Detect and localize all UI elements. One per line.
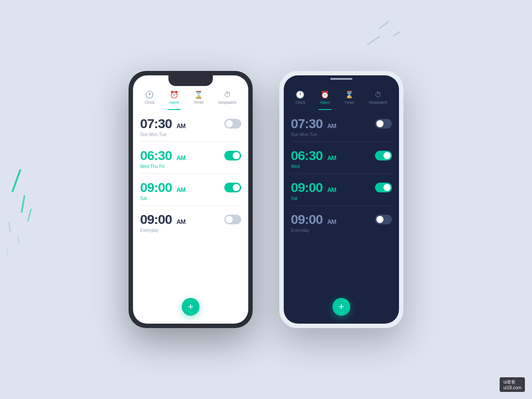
nav-clock-dark[interactable]: 🕐 Clock [295, 91, 305, 105]
alarm-days-1-dark: Sun Mon Tue [291, 132, 392, 137]
alarm-item-4-light: 09:00 AM Everyday [140, 206, 241, 237]
alarm-icon-light: ⏰ [170, 91, 179, 98]
alarm-ampm-4-light: AM [176, 218, 185, 225]
alarm-time-2-light: 06:30 AM [140, 148, 185, 163]
stopwatch-label-dark: Stopwatch [369, 100, 387, 105]
alarm-row-2-dark: 06:30 AM [291, 148, 392, 163]
alarm-underline-light [168, 109, 181, 110]
alarm-item-1-dark: 07:30 AM Sun Mon Tue [291, 110, 392, 142]
alarm-toggle-3-dark[interactable] [375, 183, 392, 192]
watermark: ui老爸 ui18.com [500, 377, 525, 392]
stopwatch-icon-dark: ⏱ [375, 91, 382, 98]
toggle-knob-1-dark [376, 120, 383, 127]
navbar-light: 🕐 Clock ⏰ Alarm ⌛ Timer ⏱ Stopwatch [133, 88, 248, 110]
toggle-knob-4-dark [376, 216, 383, 223]
timer-icon-light: ⌛ [194, 91, 203, 98]
alarm-item-3-light: 09:00 AM Sat [140, 174, 241, 206]
notch-light [168, 75, 213, 86]
alarm-row-4-dark: 09:00 AM [291, 212, 392, 227]
alarm-row-1-dark: 07:30 AM [291, 116, 392, 131]
alarm-row-3-dark: 09:00 AM [291, 180, 392, 195]
alarm-ampm-2-light: AM [176, 154, 185, 161]
toggle-knob-2-light [233, 152, 240, 159]
speaker-dark [330, 78, 352, 80]
alarm-ampm-2-dark: AM [327, 154, 336, 161]
phone-dark: 🕐 Clock ⏰ Alarm ⌛ Timer ⏱ Stopwatch [279, 71, 403, 328]
toggle-knob-3-light [233, 184, 240, 191]
alarm-list-dark: 07:30 AM Sun Mon Tue 06:30 AM [284, 110, 399, 324]
alarm-ampm-1-light: AM [176, 122, 185, 129]
stopwatch-icon-light: ⏱ [224, 91, 231, 98]
screen-content-light: 🕐 Clock ⏰ Alarm ⌛ Timer ⏱ Stopwatch [133, 75, 248, 324]
alarm-days-4-dark: Everyday [291, 228, 392, 233]
alarm-label-dark: Alarm [320, 100, 330, 105]
clock-icon-dark: 🕐 [296, 91, 305, 98]
screen-dark: 🕐 Clock ⏰ Alarm ⌛ Timer ⏱ Stopwatch [284, 75, 399, 324]
alarm-days-4-light: Everyday [140, 228, 241, 233]
add-alarm-fab-light[interactable]: + [182, 298, 200, 316]
watermark-line2: ui18.com [503, 385, 521, 390]
clock-label-dark: Clock [295, 100, 305, 105]
clock-label-light: Clock [145, 100, 155, 105]
alarm-item-4-dark: 09:00 AM Everyday [291, 206, 392, 237]
toggle-knob-1-light [226, 120, 233, 127]
alarm-list-light: 07:30 AM Sun Mon Tue 06:30 AM [133, 110, 248, 324]
alarm-row-1-light: 07:30 AM [140, 116, 241, 131]
nav-alarm-light[interactable]: ⏰ Alarm [169, 91, 180, 105]
alarm-underline-dark [318, 109, 332, 110]
alarm-item-1-light: 07:30 AM Sun Mon Tue [140, 110, 241, 142]
alarm-ampm-3-dark: AM [327, 186, 336, 193]
alarm-toggle-1-light[interactable] [224, 119, 241, 129]
alarm-time-2-dark: 06:30 AM [291, 148, 336, 163]
alarm-days-1-light: Sun Mon Tue [140, 132, 241, 137]
nav-clock-light[interactable]: 🕐 Clock [145, 91, 155, 105]
alarm-item-3-dark: 09:00 AM Sat [291, 174, 392, 206]
nav-alarm-dark[interactable]: ⏰ Alarm [320, 91, 330, 105]
alarm-ampm-1-dark: AM [327, 122, 336, 129]
alarm-toggle-1-dark[interactable] [375, 119, 392, 129]
screen-content-dark: 🕐 Clock ⏰ Alarm ⌛ Timer ⏱ Stopwatch [284, 75, 399, 324]
alarm-ampm-3-light: AM [176, 186, 185, 193]
alarm-days-3-light: Sat [140, 196, 241, 201]
toggle-knob-4-light [226, 216, 233, 223]
alarm-time-4-dark: 09:00 AM [291, 212, 336, 227]
toggle-knob-3-dark [383, 184, 391, 191]
watermark-line1: ui老爸 [503, 379, 521, 385]
alarm-time-3-dark: 09:00 AM [291, 180, 336, 195]
nav-timer-light[interactable]: ⌛ Timer [194, 91, 204, 105]
phone-light: 🕐 Clock ⏰ Alarm ⌛ Timer ⏱ Stopwatch [129, 71, 253, 328]
alarm-item-2-light: 06:30 AM Wed Thu Fri [140, 142, 241, 174]
screen-light: 🕐 Clock ⏰ Alarm ⌛ Timer ⏱ Stopwatch [133, 75, 248, 324]
alarm-days-3-dark: Sat [291, 196, 392, 201]
alarm-time-3-light: 09:00 AM [140, 180, 185, 195]
nav-timer-dark[interactable]: ⌛ Timer [344, 91, 355, 105]
phones-container: 🕐 Clock ⏰ Alarm ⌛ Timer ⏱ Stopwatch [129, 71, 403, 328]
alarm-time-1-light: 07:30 AM [140, 116, 185, 131]
alarm-item-2-dark: 06:30 AM Wed [291, 142, 392, 174]
timer-label-light: Timer [194, 100, 204, 105]
add-alarm-fab-dark[interactable]: + [332, 298, 350, 316]
stopwatch-label-light: Stopwatch [218, 100, 237, 105]
alarm-days-2-light: Wed Thu Fri [140, 164, 241, 169]
toggle-knob-2-dark [383, 152, 391, 159]
nav-stopwatch-dark[interactable]: ⏱ Stopwatch [369, 91, 387, 105]
alarm-time-4-light: 09:00 AM [140, 212, 185, 227]
navbar-dark: 🕐 Clock ⏰ Alarm ⌛ Timer ⏱ Stopwatch [284, 88, 399, 110]
alarm-icon-dark: ⏰ [321, 91, 329, 98]
alarm-days-2-dark: Wed [291, 164, 392, 169]
nav-stopwatch-light[interactable]: ⏱ Stopwatch [218, 91, 237, 105]
alarm-ampm-4-dark: AM [327, 218, 336, 225]
alarm-toggle-3-light[interactable] [224, 183, 241, 192]
timer-label-dark: Timer [344, 100, 355, 105]
clock-icon-light: 🕐 [145, 91, 154, 98]
alarm-toggle-2-light[interactable] [224, 151, 241, 160]
alarm-time-1-dark: 07:30 AM [291, 116, 336, 131]
timer-icon-dark: ⌛ [345, 91, 354, 98]
alarm-toggle-4-dark[interactable] [375, 215, 392, 224]
alarm-toggle-2-dark[interactable] [375, 151, 392, 160]
alarm-row-3-light: 09:00 AM [140, 180, 241, 195]
alarm-label-light: Alarm [169, 100, 180, 105]
alarm-toggle-4-light[interactable] [224, 215, 241, 224]
alarm-row-2-light: 06:30 AM [140, 148, 241, 163]
alarm-row-4-light: 09:00 AM [140, 212, 241, 227]
